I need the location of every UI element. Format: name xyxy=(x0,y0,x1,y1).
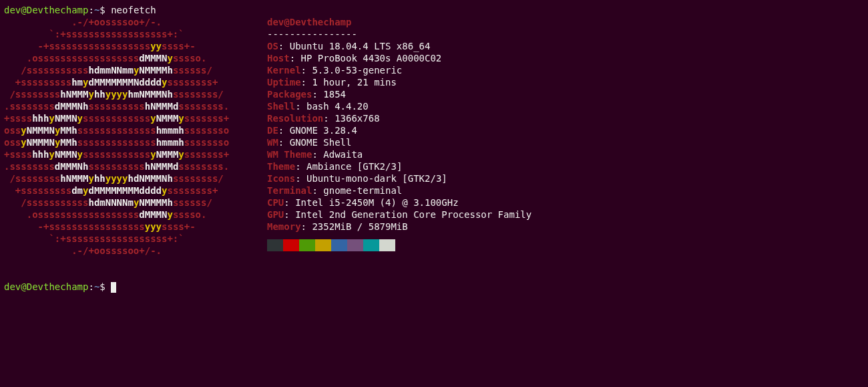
info-key: GPU xyxy=(267,209,284,220)
info-row: Memory: 2352MiB / 5879MiB xyxy=(267,221,531,233)
info-value: bash 4.4.20 xyxy=(306,101,369,112)
prompt-user: dev@Devthechamp xyxy=(4,5,88,15)
info-key: Host xyxy=(267,53,290,63)
info-value: gnome-terminal xyxy=(323,185,402,196)
info-row: Kernel: 5.3.0-53-generic xyxy=(267,64,531,76)
color-swatch xyxy=(363,239,379,251)
info-key: Kernel xyxy=(267,65,301,76)
info-key: WM xyxy=(267,137,278,148)
info-value: 2352MiB / 5879MiB xyxy=(312,221,407,232)
info-value: GNOME Shell xyxy=(290,137,352,148)
color-swatch xyxy=(267,239,283,251)
prompt-line-2[interactable]: dev@Devthechamp:~$ xyxy=(4,281,864,293)
info-separator: ---------------- xyxy=(267,28,531,40)
info-value: Intel 2nd Generation Core Processor Fami… xyxy=(295,209,531,220)
info-row: Terminal: gnome-terminal xyxy=(267,184,531,197)
info-row: WM Theme: Adwaita xyxy=(267,148,531,160)
info-row: CPU: Intel i5-2450M (4) @ 3.100GHz xyxy=(267,197,531,209)
info-key: Packages xyxy=(267,89,312,100)
info-row: Theme: Ambiance [GTK2/3] xyxy=(267,160,531,172)
info-row: OS: Ubuntu 18.04.4 LTS x86_64 xyxy=(267,40,531,52)
info-value: 1854 xyxy=(323,89,346,100)
color-swatch xyxy=(331,239,347,251)
info-row: DE: GNOME 3.28.4 xyxy=(267,124,531,136)
info-key: Resolution xyxy=(267,113,323,124)
info-title: dev@Devthechamp xyxy=(267,16,531,28)
prompt-sep: : xyxy=(88,5,93,15)
info-row: Shell: bash 4.4.20 xyxy=(267,100,531,112)
info-value: Intel i5-2450M (4) @ 3.100GHz xyxy=(295,197,458,208)
prompt-sep: : xyxy=(88,281,93,292)
info-value: Adwaita xyxy=(323,149,363,160)
prompt-line: dev@Devthechamp:~$ neofetch xyxy=(4,4,864,16)
ascii-logo: .-/+oossssoo+/-. `:+ssssssssssssssssss+:… xyxy=(4,16,258,257)
prompt-sigil: $ xyxy=(99,5,105,15)
info-value: Ubuntu-mono-dark [GTK2/3] xyxy=(306,173,447,184)
terminal[interactable]: dev@Devthechamp:~$ neofetch .-/+oossssoo… xyxy=(0,0,868,297)
info-key: Shell xyxy=(267,101,295,112)
info-value: 1366x768 xyxy=(335,113,379,124)
cursor xyxy=(111,282,116,293)
info-value: 5.3.0-53-generic xyxy=(312,65,402,76)
color-swatch xyxy=(347,239,363,251)
command: neofetch xyxy=(111,5,156,15)
info-row: Icons: Ubuntu-mono-dark [GTK2/3] xyxy=(267,172,531,184)
info-value: 1 hour, 21 mins xyxy=(312,77,396,88)
info-row: Resolution: 1366x768 xyxy=(267,112,531,124)
info-key: OS xyxy=(267,41,278,51)
info-key: Memory xyxy=(267,221,301,232)
prompt-sigil: $ xyxy=(99,281,105,292)
info-key: WM Theme xyxy=(267,149,312,160)
color-swatch xyxy=(283,239,299,251)
prompt-user: dev@Devthechamp xyxy=(4,281,88,292)
info-value: GNOME 3.28.4 xyxy=(290,125,357,136)
info-panel: dev@Devthechamp ---------------- OS: Ubu… xyxy=(258,16,531,251)
info-value: HP ProBook 4430s A0000C02 xyxy=(301,53,442,63)
info-value: Ambiance [GTK2/3] xyxy=(306,161,402,172)
info-key: Terminal xyxy=(267,185,312,196)
info-row: GPU: Intel 2nd Generation Core Processor… xyxy=(267,209,531,221)
info-row: Uptime: 1 hour, 21 mins xyxy=(267,76,531,88)
info-value: Ubuntu 18.04.4 LTS x86_64 xyxy=(290,41,431,51)
info-key: Theme xyxy=(267,161,295,172)
color-swatches xyxy=(267,239,531,251)
info-key: DE xyxy=(267,125,278,136)
color-swatch xyxy=(299,239,315,251)
info-key: Icons xyxy=(267,173,295,184)
color-swatch xyxy=(315,239,331,251)
info-row: WM: GNOME Shell xyxy=(267,136,531,148)
info-row: Packages: 1854 xyxy=(267,88,531,100)
info-key: CPU xyxy=(267,197,284,208)
info-row: Host: HP ProBook 4430s A0000C02 xyxy=(267,52,531,64)
color-swatch xyxy=(379,239,395,251)
info-key: Uptime xyxy=(267,77,301,88)
